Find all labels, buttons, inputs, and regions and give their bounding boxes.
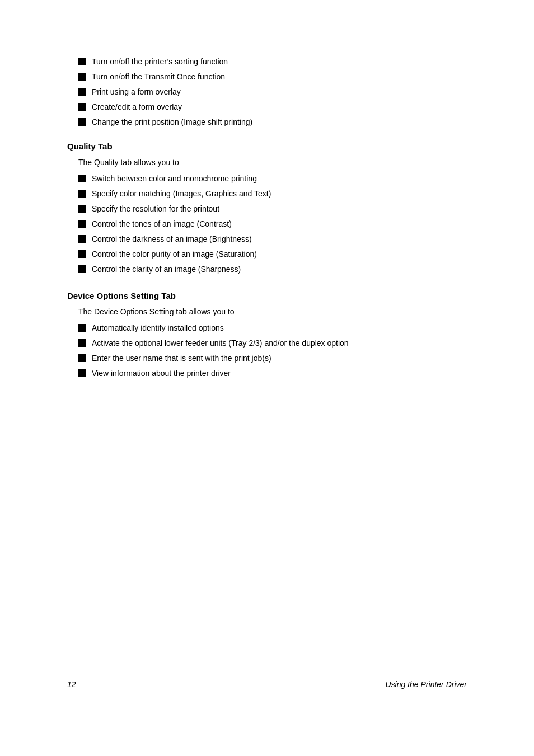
quality-tab-intro: The Quality tab allows you to (78, 157, 467, 168)
list-item: Specify the resolution for the printout (78, 203, 467, 215)
bullet-icon (78, 88, 86, 96)
list-item-text: Control the tones of an image (Contrast) (92, 218, 232, 230)
device-options-tab-section: Device Options Setting Tab The Device Op… (67, 291, 467, 379)
list-item-text: Control the color purity of an image (Sa… (92, 248, 257, 260)
list-item: Change the print position (Image shift p… (78, 116, 467, 128)
bullet-icon (78, 324, 86, 332)
footer-title: Using the Printer Driver (386, 680, 467, 689)
list-item-text: Activate the optional lower feeder units… (92, 337, 349, 349)
bullet-icon (78, 339, 86, 347)
bullet-icon (78, 354, 86, 362)
device-options-tab-intro: The Device Options Setting tab allows yo… (78, 306, 467, 318)
list-item-text: Create/edit a form overlay (92, 101, 182, 113)
list-item-text: Control the darkness of an image (Bright… (92, 233, 252, 245)
list-item: Create/edit a form overlay (78, 101, 467, 113)
bullet-icon (78, 58, 86, 65)
page: Turn on/off the printer’s sorting functi… (0, 0, 534, 756)
bullet-icon (78, 103, 86, 111)
list-item: View information about the printer drive… (78, 368, 467, 379)
quality-tab-list: Switch between color and monochrome prin… (67, 173, 467, 275)
list-item: Switch between color and monochrome prin… (78, 173, 467, 185)
list-item-text: Automatically identify installed options (92, 322, 224, 334)
list-item: Turn on/off the printer’s sorting functi… (78, 56, 467, 68)
list-item-text: Specify the resolution for the printout (92, 203, 219, 215)
list-item: Control the darkness of an image (Bright… (78, 233, 467, 245)
device-options-tab-list: Automatically identify installed options… (67, 322, 467, 379)
list-item: Control the clarity of an image (Sharpne… (78, 264, 467, 275)
bullet-icon (78, 250, 86, 258)
bullet-icon (78, 175, 86, 182)
quality-tab-section: Quality Tab The Quality tab allows you t… (67, 142, 467, 275)
bullet-icon (78, 73, 86, 81)
list-item-text: Turn on/off the Transmit Once function (92, 71, 225, 83)
bullet-icon (78, 265, 86, 273)
list-item: Activate the optional lower feeder units… (78, 337, 467, 349)
intro-list: Turn on/off the printer’s sorting functi… (67, 56, 467, 128)
list-item-text: Switch between color and monochrome prin… (92, 173, 257, 185)
list-item-text: Print using a form overlay (92, 86, 181, 98)
list-item-text: Specify color matching (Images, Graphics… (92, 188, 271, 200)
device-options-tab-heading: Device Options Setting Tab (67, 291, 467, 300)
quality-tab-heading: Quality Tab (67, 142, 467, 151)
bullet-icon (78, 369, 86, 377)
footer: 12 Using the Printer Driver (67, 675, 467, 689)
bullet-icon (78, 205, 86, 213)
list-item: Specify color matching (Images, Graphics… (78, 188, 467, 200)
list-item-text: Enter the user name that is sent with th… (92, 353, 271, 364)
bullet-icon (78, 220, 86, 228)
footer-page-number: 12 (67, 680, 76, 689)
list-item: Enter the user name that is sent with th… (78, 353, 467, 364)
list-item: Control the color purity of an image (Sa… (78, 248, 467, 260)
list-item-text: Control the clarity of an image (Sharpne… (92, 264, 241, 275)
list-item: Control the tones of an image (Contrast) (78, 218, 467, 230)
list-item-text: Change the print position (Image shift p… (92, 116, 252, 128)
list-item: Turn on/off the Transmit Once function (78, 71, 467, 83)
list-item-text: Turn on/off the printer’s sorting functi… (92, 56, 228, 68)
bullet-icon (78, 190, 86, 198)
list-item: Print using a form overlay (78, 86, 467, 98)
list-item: Automatically identify installed options (78, 322, 467, 334)
bullet-icon (78, 118, 86, 126)
bullet-icon (78, 235, 86, 243)
list-item-text: View information about the printer drive… (92, 368, 231, 379)
